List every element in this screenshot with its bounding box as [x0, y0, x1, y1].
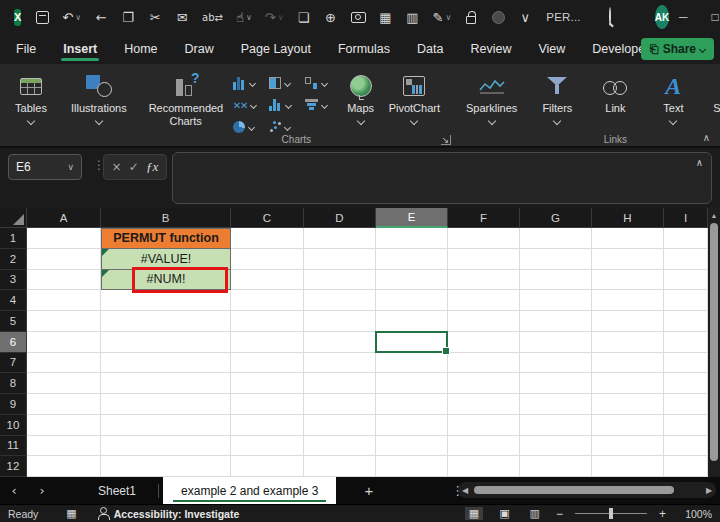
cell-D9[interactable]: [304, 394, 376, 415]
cell-F7[interactable]: [448, 353, 520, 374]
tab-data[interactable]: Data: [417, 38, 443, 60]
cell-F9[interactable]: [448, 394, 520, 415]
cell-C10[interactable]: [231, 415, 304, 436]
cell-F12[interactable]: [448, 456, 520, 477]
insert-waterfall-chart-button[interactable]: [302, 72, 338, 94]
cell-H3[interactable]: [592, 270, 664, 291]
vertical-scrollbar[interactable]: ▲: [708, 208, 720, 477]
collapse-ribbon-button[interactable]: ∧: [703, 132, 710, 143]
cell-E7[interactable]: [376, 353, 448, 374]
tab-view[interactable]: View: [538, 38, 565, 60]
record-button[interactable]: [491, 11, 505, 24]
charts-dialog-launcher[interactable]: ↘: [441, 135, 451, 145]
cell-E5[interactable]: [376, 311, 448, 332]
cell-C2[interactable]: [231, 249, 304, 270]
cell-I6[interactable]: [664, 332, 708, 353]
cell-A8[interactable]: [27, 373, 101, 394]
filters-button[interactable]: Filters: [534, 70, 580, 126]
cell-D11[interactable]: [304, 436, 376, 457]
cell-F6[interactable]: [448, 332, 520, 353]
cell-I10[interactable]: [664, 415, 708, 436]
cell-H8[interactable]: [592, 373, 664, 394]
cell-C9[interactable]: [231, 394, 304, 415]
cell-A6[interactable]: [27, 332, 101, 353]
cell-A7[interactable]: [27, 353, 101, 374]
cell-F5[interactable]: [448, 311, 520, 332]
zoom-slider[interactable]: [575, 513, 647, 514]
accessibility-status[interactable]: Accessibility: Investigate: [97, 508, 239, 520]
column-header-C[interactable]: C: [231, 208, 304, 228]
cell-F10[interactable]: [448, 415, 520, 436]
cell-D10[interactable]: [304, 415, 376, 436]
row-header-11[interactable]: 11: [0, 436, 27, 457]
name-box[interactable]: E6 ∨: [8, 154, 82, 180]
cell-G6[interactable]: [520, 332, 592, 353]
insert-function-button[interactable]: ƒx: [146, 159, 158, 175]
zoom-level[interactable]: 100%: [678, 508, 712, 520]
tables-button[interactable]: Tables: [8, 70, 54, 126]
cell-G12[interactable]: [520, 456, 592, 477]
touch-mode-button[interactable]: ☝∨: [236, 10, 252, 25]
cell-F8[interactable]: [448, 373, 520, 394]
more-commands-button[interactable]: ∨: [518, 10, 532, 25]
column-header-D[interactable]: D: [304, 208, 376, 228]
cell-C12[interactable]: [231, 456, 304, 477]
tab-formulas[interactable]: Formulas: [338, 38, 390, 60]
cell-B4[interactable]: [101, 290, 231, 311]
back-button[interactable]: ←: [94, 10, 108, 25]
cut-button[interactable]: ✂: [148, 10, 162, 25]
cancel-button[interactable]: ×: [112, 160, 122, 174]
cell-D6[interactable]: [304, 332, 376, 353]
cell-D3[interactable]: [304, 270, 376, 291]
permissions-button[interactable]: [464, 11, 478, 24]
cell-I5[interactable]: [664, 311, 708, 332]
cell-H10[interactable]: [592, 415, 664, 436]
row-header-5[interactable]: 5: [0, 311, 27, 332]
cell-F3[interactable]: [448, 270, 520, 291]
cell-E2[interactable]: [376, 249, 448, 270]
cell-H1[interactable]: [592, 228, 664, 249]
macro-record-icon[interactable]: ▦: [66, 507, 76, 520]
cell-E11[interactable]: [376, 436, 448, 457]
scroll-up-icon[interactable]: ▲: [708, 208, 720, 222]
row-header-10[interactable]: 10: [0, 415, 27, 436]
tab-file[interactable]: File: [16, 38, 36, 60]
page-layout-view-button[interactable]: ▣: [495, 507, 513, 520]
cell-H12[interactable]: [592, 456, 664, 477]
cell-I4[interactable]: [664, 290, 708, 311]
column-header-E[interactable]: E: [376, 208, 448, 228]
cell-G1[interactable]: [520, 228, 592, 249]
cell-G9[interactable]: [520, 394, 592, 415]
cell-C7[interactable]: [231, 353, 304, 374]
column-header-G[interactable]: G: [520, 208, 592, 228]
vertical-scrollbar-thumb[interactable]: [710, 223, 718, 461]
column-header-B[interactable]: B: [101, 208, 231, 228]
cell-H5[interactable]: [592, 311, 664, 332]
new-sheet-button[interactable]: +: [364, 482, 373, 499]
column-header-A[interactable]: A: [27, 208, 101, 228]
horizontal-scrollbar[interactable]: ◀ ▶: [458, 482, 716, 498]
cell-G5[interactable]: [520, 311, 592, 332]
expand-formula-bar-icon[interactable]: ∧: [696, 157, 703, 168]
zoom-in-button[interactable]: +: [659, 507, 666, 521]
cell-B11[interactable]: [101, 436, 231, 457]
previous-sheet-button[interactable]: ‹: [0, 483, 28, 498]
scroll-left-icon[interactable]: ◀: [458, 486, 472, 495]
cell-E4[interactable]: [376, 290, 448, 311]
text-button[interactable]: A Text: [650, 70, 696, 126]
cell-I11[interactable]: [664, 436, 708, 457]
zoom-slider-thumb[interactable]: [609, 508, 613, 519]
link-button[interactable]: Link: [592, 70, 638, 117]
column-header-H[interactable]: H: [592, 208, 664, 228]
cell-H11[interactable]: [592, 436, 664, 457]
insert-column-chart-button[interactable]: [230, 72, 266, 94]
cell-H9[interactable]: [592, 394, 664, 415]
row-header-9[interactable]: 9: [0, 394, 27, 415]
cell-A1[interactable]: [27, 228, 101, 249]
cell-A5[interactable]: [27, 311, 101, 332]
enter-button[interactable]: ✓: [129, 160, 139, 174]
cell-G8[interactable]: [520, 373, 592, 394]
scroll-right-icon[interactable]: ▶: [702, 486, 716, 495]
cell-I12[interactable]: [664, 456, 708, 477]
cell-I2[interactable]: [664, 249, 708, 270]
